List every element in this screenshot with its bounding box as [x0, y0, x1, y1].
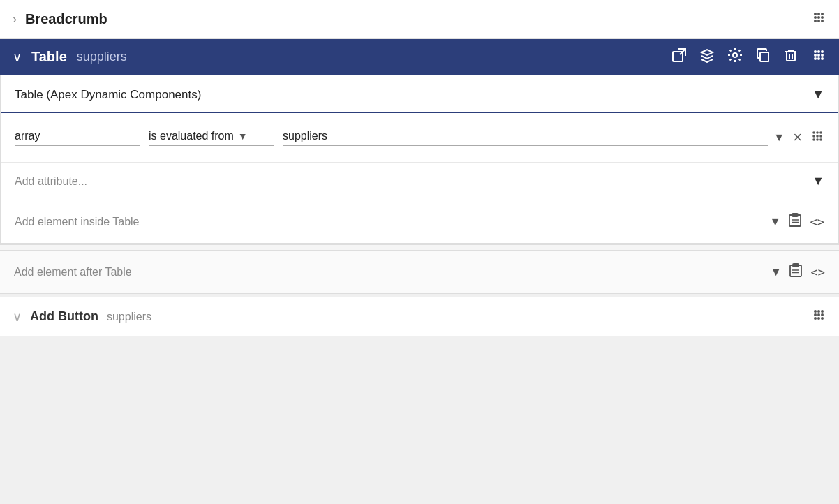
breadcrumb-row: › Breadcrumb — [0, 0, 839, 39]
evaluator-dropdown-icon[interactable]: ▼ — [238, 131, 248, 142]
add-button-row: ∨ Add Button suppliers — [0, 297, 839, 336]
svg-point-8 — [821, 20, 824, 22]
value-dropdown-icon[interactable]: ▼ — [773, 131, 785, 144]
table-header-bar: ∨ Table suppliers — [0, 39, 839, 75]
table-header-icons — [671, 47, 826, 66]
breadcrumb-expand-icon[interactable]: › — [13, 12, 17, 27]
svg-point-2 — [821, 13, 824, 15]
attribute-name-input[interactable] — [15, 130, 140, 146]
evaluator-label: is evaluated from — [149, 130, 234, 142]
svg-point-45 — [817, 310, 820, 313]
clipboard-inside-icon[interactable] — [787, 212, 803, 232]
open-external-icon[interactable] — [671, 47, 687, 66]
add-attribute-dropdown-icon[interactable]: ▼ — [812, 174, 824, 188]
breadcrumb-menu-icon[interactable] — [811, 10, 826, 29]
add-element-after-icons: <> — [787, 262, 825, 282]
add-button-more-icon[interactable] — [811, 307, 826, 326]
svg-point-11 — [733, 53, 737, 57]
add-element-inside-row: Add element inside Table ▼ <> — [1, 200, 838, 244]
svg-point-0 — [814, 13, 817, 15]
svg-rect-12 — [760, 52, 769, 61]
svg-point-46 — [821, 310, 824, 313]
svg-point-7 — [817, 20, 820, 22]
svg-point-23 — [817, 57, 820, 60]
svg-point-31 — [812, 138, 815, 141]
add-element-after-row: Add element after Table ▼ <> — [0, 251, 839, 294]
delete-icon[interactable] — [783, 47, 799, 66]
separator-block — [0, 245, 839, 251]
attribute-more-icon[interactable] — [810, 129, 824, 147]
code-after-icon[interactable]: <> — [811, 265, 825, 279]
add-attribute-row: Add attribute... ▼ — [1, 163, 838, 200]
svg-point-52 — [821, 317, 824, 320]
add-attribute-label[interactable]: Add attribute... — [15, 175, 87, 188]
clipboard-after-icon[interactable] — [787, 262, 804, 282]
add-button-collapse-icon[interactable]: ∨ — [13, 309, 22, 325]
component-select-label: Table (Apex Dynamic Components) — [15, 88, 201, 102]
add-element-inside-dropdown-icon[interactable]: ▼ — [770, 216, 781, 228]
add-element-after-label[interactable]: Add element after Table — [14, 266, 765, 279]
svg-point-28 — [812, 135, 815, 138]
svg-point-24 — [821, 57, 824, 60]
svg-point-21 — [821, 54, 824, 57]
svg-point-16 — [814, 50, 817, 53]
svg-point-25 — [812, 131, 815, 134]
table-collapse-icon[interactable]: ∨ — [13, 50, 22, 65]
svg-point-50 — [814, 317, 817, 320]
breadcrumb-title: Breadcrumb — [25, 11, 107, 27]
add-button-label: Add Button — [30, 309, 98, 324]
svg-point-29 — [816, 135, 819, 138]
svg-point-26 — [816, 131, 819, 134]
add-button-left: ∨ Add Button suppliers — [13, 309, 151, 325]
copy-icon[interactable] — [755, 47, 771, 66]
svg-point-30 — [819, 135, 822, 138]
table-instance-name: suppliers — [77, 50, 127, 64]
add-element-inside-icons: <> — [787, 212, 824, 232]
svg-rect-13 — [787, 52, 795, 61]
add-button-instance-name: suppliers — [107, 311, 151, 323]
svg-point-20 — [817, 54, 820, 57]
svg-point-48 — [817, 313, 820, 316]
more-options-icon[interactable] — [811, 47, 826, 66]
svg-point-49 — [821, 313, 824, 316]
layers-icon[interactable] — [699, 47, 715, 66]
attribute-clear-icon[interactable]: × — [793, 128, 802, 147]
svg-point-6 — [814, 20, 817, 22]
attribute-value-row: ▼ — [283, 130, 785, 146]
svg-point-17 — [817, 50, 820, 53]
svg-point-1 — [817, 13, 820, 15]
attribute-value-input[interactable] — [283, 130, 768, 146]
add-element-after-dropdown-icon[interactable]: ▼ — [771, 266, 782, 279]
svg-point-22 — [814, 57, 817, 60]
evaluator-select[interactable]: is evaluated from ▼ — [149, 130, 274, 146]
svg-point-32 — [816, 138, 819, 141]
svg-point-27 — [819, 131, 822, 134]
svg-point-18 — [821, 50, 824, 53]
svg-point-5 — [821, 16, 824, 19]
component-select-row: Table (Apex Dynamic Components) ▼ — [1, 75, 838, 113]
svg-point-3 — [814, 16, 817, 19]
svg-point-19 — [814, 54, 817, 57]
breadcrumb-left: › Breadcrumb — [13, 11, 107, 27]
add-element-inside-label[interactable]: Add element inside Table — [15, 216, 764, 228]
settings-icon[interactable] — [727, 47, 743, 66]
svg-point-44 — [814, 310, 817, 313]
code-inside-icon[interactable]: <> — [810, 215, 824, 229]
attribute-row: is evaluated from ▼ ▼ × — [1, 113, 838, 163]
attribute-row-icons: × — [793, 128, 824, 147]
svg-point-4 — [817, 16, 820, 19]
table-type-label: Table — [31, 49, 67, 65]
main-content: Table (Apex Dynamic Components) ▼ is eva… — [0, 75, 839, 245]
svg-point-51 — [817, 317, 820, 320]
svg-point-33 — [819, 138, 822, 141]
component-select-dropdown-icon[interactable]: ▼ — [812, 87, 824, 102]
svg-point-47 — [814, 313, 817, 316]
